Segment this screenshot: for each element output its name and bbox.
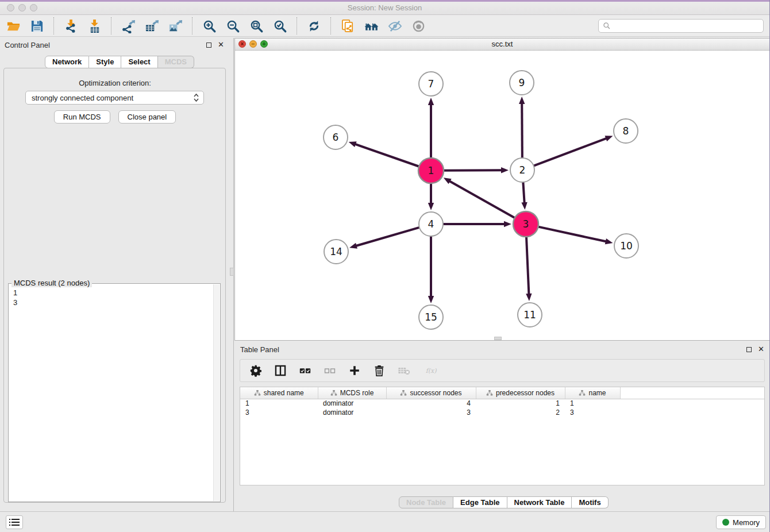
graph-node-2[interactable]: 2 — [510, 158, 534, 182]
table-cell[interactable]: 4 — [386, 399, 476, 408]
run-mcds-button[interactable]: Run MCDS — [54, 110, 110, 124]
table-cell[interactable]: 3 — [565, 408, 620, 417]
column-header-predecessor-nodes[interactable]: predecessor nodes — [476, 387, 565, 399]
table-cell[interactable]: 1 — [240, 399, 318, 408]
export-image-icon[interactable] — [168, 18, 183, 33]
status-bar: Memory — [0, 511, 769, 532]
task-history-button[interactable] — [6, 515, 23, 529]
graph-edge-3-1[interactable] — [448, 180, 514, 218]
search-icon — [603, 22, 611, 30]
graph-node-8[interactable]: 8 — [614, 119, 638, 143]
table-panel-close-icon[interactable]: ✕ — [758, 346, 764, 352]
table-panel-float-icon[interactable] — [746, 347, 752, 352]
graph-node-11[interactable]: 11 — [518, 303, 542, 327]
import-network-icon[interactable] — [63, 18, 78, 33]
vertical-splitter[interactable] — [230, 38, 234, 511]
svg-text:11: 11 — [523, 309, 536, 321]
table-cell[interactable]: 1 — [476, 399, 565, 408]
search-box[interactable] — [598, 19, 764, 33]
mcds-result-text[interactable]: 1 3 — [9, 284, 220, 311]
tab-mcds[interactable]: MCDS — [158, 56, 194, 68]
zoom-in-icon[interactable] — [202, 18, 217, 33]
show-all-networks-icon[interactable] — [364, 18, 379, 33]
graph-edge-arrow — [444, 178, 452, 184]
control-panel-close-icon[interactable]: ✕ — [218, 42, 224, 48]
table-cell[interactable]: 2 — [476, 408, 565, 417]
criterion-select[interactable]: strongly connected component — [25, 91, 204, 105]
horizontal-splitter-handle[interactable] — [494, 337, 502, 340]
column-header-MCDS-role[interactable]: MCDS role — [318, 387, 386, 399]
table-row[interactable]: 3dominator323 — [240, 408, 764, 417]
graph-node-9[interactable]: 9 — [510, 71, 534, 95]
save-session-icon[interactable] — [29, 18, 44, 33]
graph-node-6[interactable]: 6 — [324, 125, 348, 149]
select-all-icon[interactable] — [298, 364, 312, 377]
close-panel-button[interactable]: Close panel — [118, 110, 176, 124]
window-titlebar[interactable]: Session: New Session — [0, 0, 769, 15]
graph-node-1[interactable]: 1 — [418, 158, 444, 183]
hide-selected-icon[interactable] — [387, 18, 402, 33]
table-row[interactable]: 1dominator411 — [240, 399, 764, 408]
tab-edge-table[interactable]: Edge Table — [453, 496, 507, 508]
table-cell[interactable]: 1 — [565, 399, 620, 408]
graph-node-4[interactable]: 4 — [419, 212, 443, 236]
graph-edge-1-2[interactable] — [444, 170, 503, 171]
table-cell[interactable]: dominator — [318, 408, 386, 417]
column-header-successor-nodes[interactable]: successor nodes — [386, 387, 476, 399]
split-panel-icon[interactable] — [274, 364, 287, 377]
vertical-splitter-handle[interactable] — [230, 268, 234, 276]
graph-edge-1-6[interactable] — [354, 144, 419, 167]
column-header-filler — [620, 387, 764, 399]
graph-node-10[interactable]: 10 — [614, 234, 638, 258]
table-toolbar: f(x) — [240, 359, 765, 382]
deselect-all-icon[interactable] — [323, 364, 337, 377]
import-table-icon[interactable] — [87, 18, 102, 33]
delete-row-icon[interactable] — [372, 364, 386, 377]
show-hidden-icon[interactable] — [411, 18, 426, 33]
svg-text:6: 6 — [333, 132, 339, 143]
graph-edge-2-8[interactable] — [534, 138, 608, 166]
control-panel-float-icon[interactable] — [206, 43, 211, 48]
zoom-selected-icon[interactable] — [272, 18, 287, 33]
network-close-icon[interactable]: × — [238, 40, 246, 48]
tab-select[interactable]: Select — [121, 56, 157, 68]
clone-network-icon[interactable] — [340, 18, 355, 33]
tab-node-table[interactable]: Node Table — [399, 496, 453, 508]
search-input[interactable] — [614, 21, 759, 31]
tab-network[interactable]: Network — [45, 56, 89, 68]
select-stepper-icon — [194, 93, 199, 102]
network-view-titlebar[interactable]: × − + scc.txt — [235, 38, 769, 51]
graph-edge-3-11[interactable] — [526, 237, 529, 295]
column-header-shared-name[interactable]: shared name — [240, 387, 318, 399]
table-cell[interactable]: 3 — [240, 408, 318, 417]
graph-edge-arrow — [501, 167, 509, 173]
graph-edge-3-10[interactable] — [538, 227, 607, 242]
settings-gear-icon[interactable] — [249, 364, 263, 377]
graph-edge-2-3[interactable] — [523, 182, 524, 204]
network-maximize-icon[interactable]: + — [260, 40, 268, 48]
graph-node-7[interactable]: 7 — [419, 72, 443, 96]
svg-text:3: 3 — [523, 218, 529, 230]
memory-button[interactable]: Memory — [716, 515, 766, 529]
graph-node-3[interactable]: 3 — [513, 211, 538, 237]
graph-edge-2-9[interactable] — [522, 102, 522, 158]
graph-node-14[interactable]: 14 — [324, 240, 348, 264]
table-cell[interactable]: 3 — [386, 408, 476, 417]
open-session-icon[interactable] — [6, 18, 21, 33]
tab-motifs[interactable]: Motifs — [572, 496, 608, 508]
zoom-fit-icon[interactable] — [249, 18, 264, 33]
refresh-icon[interactable] — [306, 18, 321, 33]
network-canvas[interactable]: 1234678910111415 — [235, 51, 769, 340]
network-minimize-icon[interactable]: − — [249, 40, 257, 48]
graph-node-15[interactable]: 15 — [419, 305, 443, 329]
export-table-icon[interactable] — [144, 18, 159, 33]
zoom-out-icon[interactable] — [225, 18, 240, 33]
add-row-icon[interactable] — [348, 364, 361, 377]
tab-style[interactable]: Style — [89, 56, 121, 68]
tab-network-table[interactable]: Network Table — [507, 496, 572, 508]
column-header-name[interactable]: name — [565, 387, 620, 399]
export-network-icon[interactable] — [121, 18, 136, 33]
table-cell[interactable]: dominator — [318, 399, 386, 408]
graph-edge-4-14[interactable] — [355, 228, 419, 246]
mcds-result-scrollbar[interactable] — [213, 284, 220, 501]
